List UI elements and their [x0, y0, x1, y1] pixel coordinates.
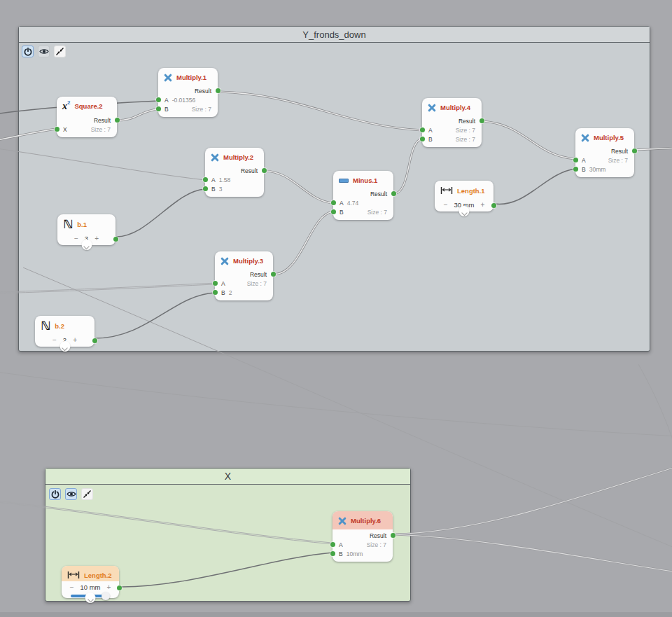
- output-port-result[interactable]: [479, 118, 484, 123]
- input-port-x[interactable]: [55, 127, 59, 132]
- node-multiply4[interactable]: Multiply.4 Result ASize : 7 BSize : 7: [422, 98, 482, 147]
- input-value: 2: [229, 289, 232, 296]
- node-title: Multiply.3: [233, 257, 263, 265]
- input-value: 10mm: [346, 550, 363, 557]
- input-port-a[interactable]: [213, 281, 218, 286]
- natural-number-icon: ℕ: [63, 219, 73, 230]
- decrement-button[interactable]: −: [52, 336, 57, 344]
- eye-icon[interactable]: [65, 488, 77, 500]
- output-port-result[interactable]: [115, 118, 120, 123]
- output-label: Result: [241, 167, 258, 174]
- increment-button[interactable]: +: [107, 583, 111, 591]
- input-label: B: [339, 550, 343, 557]
- size-label: Size : 7: [456, 136, 475, 143]
- input-label: A: [428, 127, 433, 134]
- node-title: Minus.1: [353, 176, 377, 184]
- power-icon[interactable]: [49, 488, 61, 500]
- node-multiply5[interactable]: Multiply.5 Result ASize : 7 B30mm: [575, 128, 634, 177]
- decrement-button[interactable]: −: [444, 201, 448, 209]
- expand-chevron[interactable]: [59, 341, 70, 352]
- input-port-a[interactable]: [330, 542, 335, 547]
- input-port-a[interactable]: [420, 127, 425, 132]
- output-label: Result: [370, 190, 387, 197]
- output-label: Result: [94, 117, 111, 124]
- decrement-button[interactable]: −: [74, 235, 78, 242]
- increment-button[interactable]: +: [73, 336, 77, 344]
- node-b1[interactable]: ℕ b.1 − 3 +: [57, 214, 115, 245]
- input-label: X: [63, 126, 67, 133]
- group-title: Y_fronds_down: [302, 29, 365, 40]
- input-port-a[interactable]: [331, 200, 336, 205]
- multiply-x-icon: [220, 257, 229, 265]
- node-square2[interactable]: x2 Square.2 Result XSize : 7: [57, 97, 117, 137]
- length-value[interactable]: 10 mm: [80, 583, 100, 591]
- node-multiply1[interactable]: Multiply.1 Result A-0.01356 BSize : 7: [158, 68, 218, 117]
- node-title: Multiply.4: [440, 104, 470, 111]
- node-length2[interactable]: Length.2 − 10 mm +: [62, 566, 119, 598]
- input-port-b[interactable]: [420, 137, 425, 141]
- input-label: B: [582, 166, 586, 173]
- node-editor-canvas[interactable]: Y_fronds_down X: [0, 0, 672, 617]
- input-port-b[interactable]: [331, 209, 336, 214]
- canvas-bottom-edge: [0, 612, 672, 617]
- input-port-a[interactable]: [203, 177, 208, 182]
- input-port-a[interactable]: [573, 158, 578, 162]
- group-header[interactable]: X: [46, 469, 410, 485]
- size-label: Size : 7: [91, 126, 111, 133]
- input-label: A: [221, 280, 225, 287]
- slider-handle[interactable]: [102, 592, 110, 600]
- size-label: Size : 7: [192, 106, 211, 113]
- output-port-result[interactable]: [271, 272, 276, 277]
- size-label: Size : 7: [608, 157, 628, 164]
- output-port-result[interactable]: [262, 168, 267, 173]
- group-header[interactable]: Y_fronds_down: [19, 27, 650, 43]
- chevron-down-icon: [88, 596, 93, 602]
- input-label: A: [339, 541, 343, 548]
- collapse-icon[interactable]: [81, 488, 93, 500]
- output-port-result[interactable]: [216, 88, 220, 93]
- size-label: Size : 7: [368, 209, 387, 216]
- x-squared-icon: x2: [62, 102, 70, 111]
- node-title: Multiply.6: [351, 517, 381, 525]
- output-port[interactable]: [117, 585, 122, 590]
- input-port-a[interactable]: [156, 97, 161, 102]
- output-port[interactable]: [92, 338, 97, 343]
- output-port[interactable]: [113, 237, 118, 242]
- input-port-b[interactable]: [203, 186, 208, 191]
- node-title: b.1: [77, 221, 87, 228]
- size-label: Size : 7: [367, 541, 386, 548]
- output-port-result[interactable]: [632, 148, 637, 153]
- increment-button[interactable]: +: [94, 235, 99, 242]
- output-label: Result: [370, 532, 386, 539]
- node-multiply6[interactable]: Multiply.6 Result ASize : 7 B10mm: [332, 511, 393, 562]
- input-port-b[interactable]: [213, 290, 218, 295]
- group-title: X: [225, 471, 231, 482]
- decrement-button[interactable]: −: [70, 583, 74, 591]
- node-multiply2[interactable]: Multiply.2 Result A1.58 B3: [205, 148, 264, 197]
- expand-chevron[interactable]: [459, 206, 470, 216]
- input-port-b[interactable]: [330, 551, 335, 556]
- input-value: 4.74: [347, 200, 359, 207]
- collapse-icon[interactable]: [54, 46, 66, 57]
- expand-chevron[interactable]: [85, 592, 96, 603]
- power-icon[interactable]: [22, 46, 34, 57]
- eye-icon[interactable]: [38, 46, 50, 57]
- input-label: A: [340, 200, 344, 207]
- node-minus1[interactable]: Minus.1 Result A4.74 BSize : 7: [333, 171, 393, 220]
- input-port-b[interactable]: [573, 167, 578, 172]
- input-value: 30mm: [589, 166, 606, 173]
- size-label: Size : 7: [456, 127, 475, 134]
- output-port-result[interactable]: [391, 533, 396, 538]
- node-multiply3[interactable]: Multiply.3 Result ASize : 7 B2: [215, 251, 273, 300]
- output-port-result[interactable]: [391, 191, 396, 196]
- output-port[interactable]: [491, 203, 496, 208]
- node-b2[interactable]: ℕ b.2 − 2 +: [35, 316, 94, 347]
- node-title: b.2: [55, 322, 64, 330]
- expand-chevron[interactable]: [81, 240, 92, 250]
- node-title: Length.2: [84, 571, 112, 579]
- increment-button[interactable]: +: [481, 201, 485, 209]
- input-label: A: [164, 97, 169, 104]
- input-label: B: [221, 289, 225, 296]
- input-port-b[interactable]: [156, 106, 161, 111]
- node-length1[interactable]: Length.1 − 30 mm +: [435, 181, 493, 212]
